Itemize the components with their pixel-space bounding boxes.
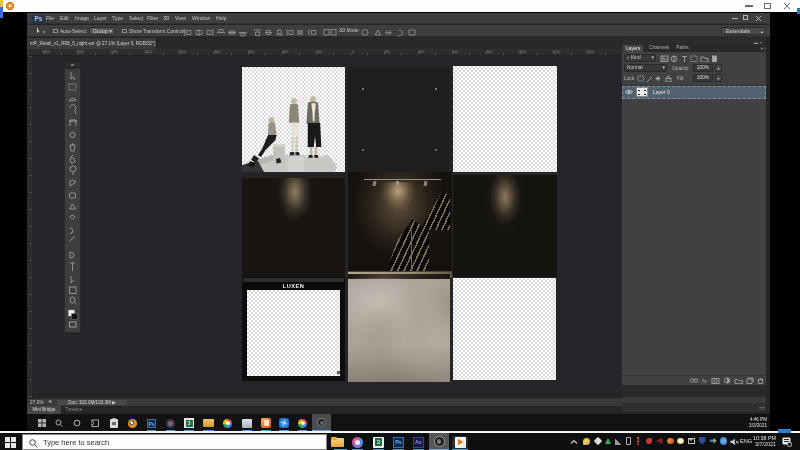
- svg-text:fx: fx: [702, 377, 708, 384]
